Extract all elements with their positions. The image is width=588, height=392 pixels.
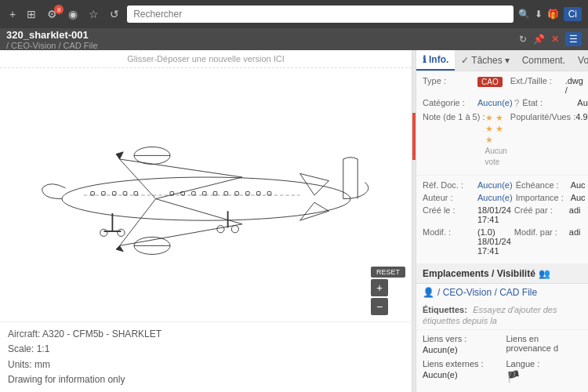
- auteur-value[interactable]: Aucun(e): [477, 193, 513, 202]
- star-4[interactable]: ★: [495, 124, 503, 133]
- scroll-thumb[interactable]: [412, 113, 416, 160]
- note-label: Note (de 1 à 5) :: [423, 112, 485, 122]
- file-path: / CEO-Vision / CAD File: [6, 41, 98, 50]
- modif-row: Modif. : (1.0) 18/01/24 17:41 Modif. par…: [423, 227, 582, 256]
- popularite-value: 4.99: [575, 112, 588, 122]
- cree-par-label: Créé par :: [514, 205, 569, 215]
- drop-zone[interactable]: Glisser-Déposer une nouvelle version ICI: [0, 50, 412, 68]
- search-input[interactable]: [127, 5, 513, 23]
- liens-prov-label: Liens en provenance d: [506, 334, 583, 353]
- flag-icon: 🏴: [506, 370, 583, 383]
- modif-label: Modif. :: [423, 227, 477, 237]
- file-title-area: 320_sharklet-001 / CEO-Vision / CAD File: [6, 29, 98, 50]
- main-toolbar: + ⊞ ⚙ 8 ◉ ☆ ↺ 🔍 ⬇ 🎁 Ci: [0, 0, 588, 28]
- tab-voir[interactable]: Voir p: [572, 50, 588, 71]
- categorie-row: Catégorie : Aucun(e) ? État : Auc: [423, 98, 582, 109]
- langue-label: Langue :: [506, 359, 583, 368]
- svg-rect-17: [267, 191, 271, 195]
- langue-col: Langue : 🏴: [506, 359, 583, 383]
- svg-rect-15: [245, 191, 249, 195]
- users-icon: 👥: [539, 268, 550, 279]
- close-icon[interactable]: ✕: [551, 34, 559, 45]
- info-panel: ℹ Info. ✓ Tâches ▾ Comment. Voir p Type …: [416, 50, 588, 392]
- main-content: Glisser-Déposer une nouvelle version ICI: [0, 50, 588, 392]
- badge-count: 8: [54, 5, 64, 14]
- cree-row: Créé le : 18/01/24 17:41 Créé par : adi: [423, 205, 582, 224]
- type-badge: CAO: [477, 76, 503, 87]
- modif-par-label: Modif. par :: [514, 227, 569, 237]
- svg-point-20: [100, 229, 107, 236]
- pin-icon[interactable]: 📌: [533, 34, 545, 45]
- rss-icon[interactable]: ◉: [65, 6, 81, 22]
- links-section: Liens vers : Aucun(e) Liens en provenanc…: [416, 330, 588, 391]
- ext-taille-label: Ext./Taille :: [510, 76, 565, 85]
- gear-badge: ⚙ 8: [44, 8, 60, 20]
- search-toolbar-icon[interactable]: 🔍: [518, 9, 530, 20]
- svg-rect-16: [256, 191, 260, 195]
- popularite-label: Popularité/Vues :: [510, 112, 575, 122]
- svg-rect-14: [234, 191, 238, 195]
- star-icon[interactable]: ☆: [85, 6, 102, 22]
- history-icon[interactable]: ↺: [107, 6, 122, 22]
- user-initials[interactable]: Ci: [564, 7, 582, 21]
- liens-externes-label: Liens externes :: [423, 359, 499, 368]
- liens-row-2: Liens externes : Aucun(e) Langue : 🏴: [423, 359, 582, 383]
- echeance-label: Échéance :: [516, 180, 571, 190]
- svg-rect-10: [191, 191, 195, 195]
- categorie-value[interactable]: Aucun(e): [477, 98, 513, 107]
- dropdown-icon: ▾: [505, 55, 510, 66]
- details-section: Réf. Doc. : Aucun(e) Échéance : Auc Aute…: [416, 176, 588, 264]
- svg-rect-6: [123, 191, 127, 195]
- svg-rect-13: [224, 191, 228, 195]
- star-5[interactable]: ★: [485, 135, 493, 144]
- tab-comment[interactable]: Comment.: [516, 50, 572, 71]
- star-3[interactable]: ★: [485, 124, 493, 133]
- toolbar-right: 🔍 ⬇ 🎁 Ci: [518, 7, 582, 21]
- refresh-icon[interactable]: ↻: [519, 34, 527, 45]
- users-small-icon: 👤: [423, 287, 434, 298]
- menu-icon[interactable]: ☰: [565, 32, 582, 46]
- scale-info: Scale: 1:1: [8, 342, 404, 357]
- svg-rect-7: [134, 191, 138, 195]
- svg-rect-12: [213, 191, 217, 195]
- zoom-minus-button[interactable]: −: [371, 298, 388, 315]
- zoom-plus-button[interactable]: +: [371, 279, 388, 296]
- categorie-help-icon[interactable]: ?: [514, 98, 520, 109]
- file-title: 320_sharklet-001: [6, 29, 98, 41]
- cree-le-label: Créé le :: [423, 205, 477, 215]
- svg-point-24: [231, 225, 238, 232]
- etiquettes-label: Étiquettes:: [423, 305, 467, 314]
- etiquettes-section: Étiquettes: Essayez d'ajouter des étique…: [416, 301, 588, 330]
- plus-icon[interactable]: +: [6, 6, 19, 22]
- echeance-value: Auc: [571, 180, 586, 190]
- aircraft-info: Aircraft: A320 - CFM5b - SHARKLET: [8, 327, 404, 342]
- type-row: Type : CAO Ext./Taille : .dwg /: [423, 76, 582, 95]
- location-item[interactable]: 👤 / CEO-Vision / CAD File: [416, 284, 588, 301]
- liens-externes-value: Aucun(e): [423, 370, 499, 379]
- ref-label: Réf. Doc. :: [423, 180, 477, 190]
- stars-container: ★ ★ ★ ★ ★ Aucun vote: [485, 112, 507, 167]
- categorie-label: Catégorie :: [423, 98, 477, 107]
- liens-prov-col: Liens en provenance d: [506, 334, 583, 354]
- ref-value[interactable]: Aucun(e): [477, 180, 513, 190]
- grid-icon[interactable]: ⊞: [24, 6, 39, 22]
- etat-label: État :: [522, 98, 577, 107]
- gift-icon[interactable]: 🎁: [547, 9, 559, 20]
- liens-vers-col: Liens vers : Aucun(e): [423, 334, 499, 354]
- file-actions: ↻ 📌 ✕ ☰: [519, 32, 582, 46]
- airplane-drawing: [26, 85, 387, 305]
- star-2[interactable]: ★: [495, 113, 503, 122]
- ext-taille-value: .dwg /: [565, 76, 583, 95]
- drawing-info: Aircraft: A320 - CFM5b - SHARKLET Scale:…: [0, 321, 412, 392]
- svg-rect-5: [112, 191, 116, 195]
- svg-point-23: [216, 225, 223, 232]
- svg-rect-3: [90, 191, 94, 195]
- type-label: Type :: [423, 76, 477, 85]
- tab-taches[interactable]: ✓ Tâches ▾: [455, 50, 515, 71]
- star-1[interactable]: ★: [485, 113, 493, 122]
- reset-button[interactable]: RESET: [371, 267, 405, 278]
- download-icon[interactable]: ⬇: [535, 9, 543, 20]
- tab-info[interactable]: ℹ Info.: [416, 50, 455, 71]
- emplacements-title: Emplacements / Visibilité 👥: [416, 264, 588, 284]
- modif-par-value: adi: [569, 227, 582, 237]
